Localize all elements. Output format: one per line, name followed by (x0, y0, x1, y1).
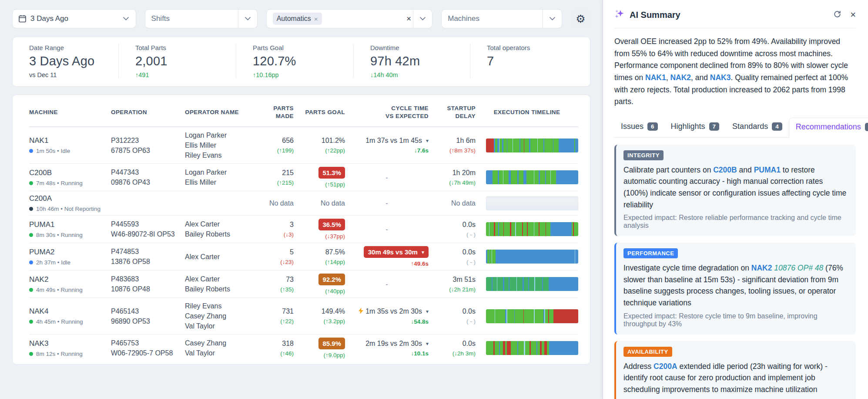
recommendation-card-performance: PERFORMANCEInvestigate cycle time degrad… (614, 243, 856, 334)
chevron-down-icon[interactable] (413, 10, 432, 28)
timeline-segment (511, 222, 516, 236)
operator-name: Val Taylor (185, 348, 255, 358)
machine-link[interactable]: NAK1 (645, 73, 666, 82)
execution-timeline-bar[interactable] (486, 222, 578, 236)
lightning-icon (359, 308, 363, 316)
column-header-parts-goal[interactable]: PARTS GOAL (294, 108, 345, 116)
parts-goal-cell: 85.9%(↑9.0pp) (294, 338, 345, 358)
machines-dropdown[interactable]: Machines (441, 9, 562, 28)
program-number: P465753 (111, 338, 185, 348)
cycle-time-cell: - (345, 226, 429, 233)
table-row[interactable]: NAK11m 50s • IdleP31222367875 OP63Logan … (29, 127, 578, 164)
execution-timeline-bar[interactable] (486, 196, 578, 210)
table-row[interactable]: C200A10h 46m • Not ReportingNo dataNo da… (29, 191, 578, 216)
cycle-time-cell: 1m 35s vs 2m 30s▾↓54.8s (345, 308, 429, 325)
tab-standards[interactable]: Standards4 (726, 118, 789, 137)
program-number: P465143 (111, 306, 185, 316)
column-header-operator-name[interactable]: OPERATOR NAME (185, 108, 255, 116)
cycle-time-toggle[interactable]: 1m 37s vs 1m 45s▾ (365, 137, 429, 145)
machine-link[interactable]: PUMA1 (754, 166, 781, 174)
cycle-time-delta: ↓10.1s (345, 350, 429, 357)
recommendation-card-availability: AVAILABILITYAddress C200A extended idle … (614, 341, 856, 399)
ai-recommendation-cards: INTEGRITYCalibrate part counters on C200… (614, 145, 856, 399)
header-label: EXECUTION TIMELINE (476, 108, 578, 116)
table-row[interactable]: NAK44h 45m • RunningP46514396890 OP53Ril… (29, 298, 578, 335)
tab-issues[interactable]: Issues6 (614, 118, 664, 137)
machine-link[interactable]: NAK2 (751, 264, 772, 272)
table-row[interactable]: C200B7m 48s • RunningP44734309876 OP43Lo… (29, 164, 578, 191)
table-body: NAK11m 50s • IdleP31222367875 OP63Logan … (29, 127, 578, 362)
tab-recommendations[interactable]: Recommendations4 (789, 118, 868, 138)
execution-timeline-bar[interactable] (486, 139, 578, 152)
timeline-segment (524, 139, 529, 152)
operators-cell: Logan ParkerEllis Miller (185, 167, 255, 187)
timeline-segment (503, 139, 507, 152)
table-row[interactable]: NAK38m 12s • RunningP465753W06-72905-7 O… (29, 335, 578, 362)
settings-button[interactable]: ⚙ (571, 9, 590, 29)
timeline-segment (546, 170, 550, 184)
machine-link[interactable]: C200A (654, 362, 677, 371)
refresh-icon[interactable] (833, 10, 841, 20)
column-header-startup-delay[interactable]: STARTUPDELAY (429, 105, 476, 120)
column-header-cycle-time[interactable]: CYCLE TIMEVS EXPECTED (345, 105, 429, 120)
startup-delay-cell: 1h 6m(↑8m 37s) (429, 137, 476, 154)
close-icon[interactable]: × (850, 10, 856, 20)
timeline-segment (495, 309, 505, 323)
execution-timeline-bar[interactable] (486, 341, 578, 355)
column-header-execution-timeline[interactable]: EXECUTION TIMELINE (476, 108, 578, 116)
category-badge: PERFORMANCE (623, 248, 678, 258)
cycle-time-delta: ↓54.8s (345, 318, 429, 325)
machine-link[interactable]: C200B (713, 166, 737, 174)
column-header-parts-made[interactable]: PARTS MADE (255, 105, 294, 120)
column-header-operation[interactable]: OPERATION (111, 108, 185, 116)
header-label: MACHINE (29, 108, 111, 116)
timeline-segment (486, 309, 495, 323)
table-row[interactable]: PUMA18m 30s • RunningP445593W46-89072-8I… (29, 216, 578, 243)
tab-highlights[interactable]: Highlights7 (664, 118, 726, 137)
machine-link[interactable]: NAK2 (670, 73, 691, 82)
execution-timeline-bar[interactable] (486, 277, 578, 291)
automatics-filter-chip[interactable]: Automatics × (273, 13, 322, 25)
execution-timeline-bar[interactable] (486, 309, 578, 323)
timeline-segment (499, 222, 503, 236)
operator-name: Logan Parker (185, 167, 255, 177)
timeline-segment (549, 277, 578, 291)
operation-ref: 10876 OP# 48 (774, 264, 823, 272)
timeline-segment (540, 170, 545, 184)
kpi-value: 7 (487, 54, 586, 68)
date-range-dropdown[interactable]: 3 Days Ago (12, 9, 136, 28)
tab-count-badge: 6 (647, 122, 658, 131)
execution-timeline-bar[interactable] (486, 250, 578, 264)
operators-cell: Casey ZhangVal Taylor (185, 338, 255, 358)
operator-name: Val Taylor (185, 321, 255, 331)
cycle-time-cell: 2m 19s vs 2m 30s▾↓10.1s (345, 340, 429, 357)
parts-goal-delta: (↑9.0pp) (294, 352, 345, 358)
chevron-down-icon[interactable] (543, 10, 562, 28)
machine-cell: PUMA22h 37m • Idle (29, 248, 111, 266)
clear-filter-icon[interactable]: × (405, 14, 413, 24)
timeline-segment (523, 222, 527, 236)
cycle-time-cell: - (345, 174, 429, 181)
shifts-dropdown[interactable]: Shifts (145, 9, 258, 28)
startup-delay-cell: No data (429, 200, 476, 207)
cycle-time-toggle[interactable]: 30m 49s vs 30m▾ (364, 246, 429, 258)
chip-remove-icon[interactable]: × (314, 15, 318, 23)
machine-name: NAK2 (29, 275, 111, 284)
chevron-down-icon[interactable] (117, 10, 136, 28)
timeline-segment (551, 170, 556, 184)
cycle-time-toggle[interactable]: 2m 19s vs 2m 30s▾ (365, 340, 429, 348)
operation-number: 10876 OP48 (111, 284, 185, 294)
table-row[interactable]: NAK24m 49s • RunningP48368310876 OP48Ale… (29, 271, 578, 298)
kpi-label: Parts Goal (253, 44, 349, 51)
machine-link[interactable]: NAK3 (710, 73, 731, 82)
column-header-machine[interactable]: MACHINE (29, 108, 111, 116)
chevron-down-icon[interactable] (238, 10, 257, 28)
machine-name: C200A (29, 194, 111, 203)
operation-cell: P31222367875 OP63 (111, 135, 185, 156)
cycle-time-toggle[interactable]: 1m 35s vs 2m 30s▾ (359, 308, 429, 316)
tab-count-badge: 4 (865, 123, 868, 131)
machine-type-dropdown[interactable]: Automatics × × (266, 9, 433, 28)
execution-timeline-bar[interactable] (486, 170, 578, 184)
parts-made-value: 318 (255, 340, 294, 348)
table-row[interactable]: PUMA22h 37m • IdleP47485313876 OP58Alex … (29, 243, 578, 271)
